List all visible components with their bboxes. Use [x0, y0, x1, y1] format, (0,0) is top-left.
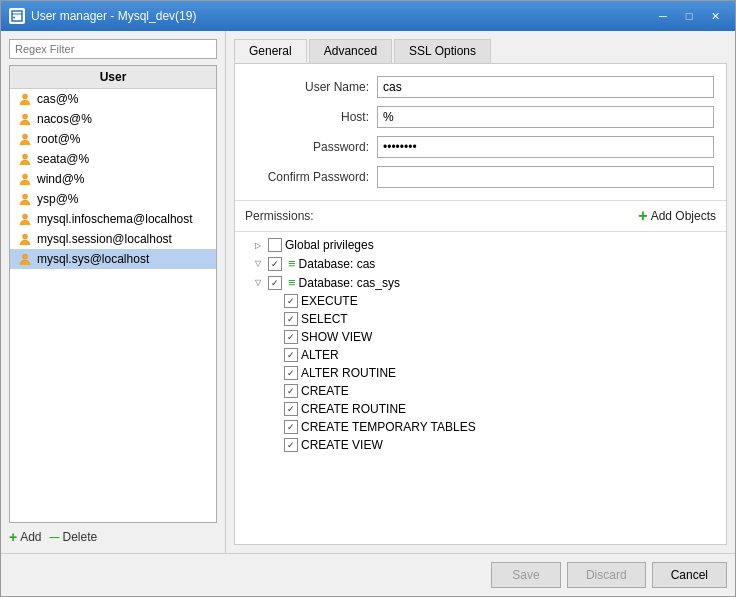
right-panel: General Advanced SSL Options User Name: …	[226, 31, 735, 553]
svg-point-10	[23, 234, 28, 239]
list-item[interactable]: cas@%	[10, 89, 216, 109]
user-icon	[18, 232, 32, 246]
svg-point-8	[23, 194, 28, 199]
left-footer: + Add ─ Delete	[9, 529, 217, 545]
list-item[interactable]: mysql.infoschema@localhost	[10, 209, 216, 229]
svg-point-4	[23, 114, 28, 119]
svg-point-11	[23, 254, 28, 259]
add-objects-plus-icon: +	[638, 207, 647, 225]
tree-item-label: SHOW VIEW	[301, 330, 372, 344]
tree-checkbox[interactable]	[284, 402, 298, 416]
list-item[interactable]: nacos@%	[10, 109, 216, 129]
window-title: User manager - Mysql_dev(19)	[31, 9, 196, 23]
user-icon	[18, 192, 32, 206]
user-name: mysql.infoschema@localhost	[37, 212, 193, 226]
regex-filter-input[interactable]	[9, 39, 217, 59]
user-icon	[18, 252, 32, 266]
tree-expand-placeholder	[267, 312, 281, 326]
permissions-tree: ▷Global privileges▽≡Database: cas▽≡Datab…	[235, 232, 726, 544]
tree-item[interactable]: CREATE VIEW	[235, 436, 726, 454]
minimize-button[interactable]: ─	[651, 7, 675, 25]
permissions-label: Permissions:	[245, 209, 314, 223]
user-icon	[18, 112, 32, 126]
tree-item-label: CREATE ROUTINE	[301, 402, 406, 416]
add-objects-button[interactable]: + Add Objects	[638, 207, 716, 225]
tree-expand-placeholder	[267, 294, 281, 308]
tree-checkbox[interactable]	[284, 330, 298, 344]
username-input[interactable]	[377, 76, 714, 98]
tree-item[interactable]: SELECT	[235, 310, 726, 328]
tree-item[interactable]: EXECUTE	[235, 292, 726, 310]
tab-general[interactable]: General	[234, 39, 307, 63]
svg-point-3	[23, 94, 28, 99]
svg-point-7	[23, 174, 28, 179]
user-name: nacos@%	[37, 112, 92, 126]
tree-checkbox[interactable]	[284, 348, 298, 362]
tree-expand-icon[interactable]: ▷	[251, 238, 265, 252]
window-controls: ─ □ ✕	[651, 7, 727, 25]
database-icon: ≡	[288, 256, 296, 271]
confirm-password-input[interactable]	[377, 166, 714, 188]
save-button[interactable]: Save	[491, 562, 561, 588]
tree-expand-icon[interactable]: ▽	[251, 276, 265, 290]
tab-ssl-options[interactable]: SSL Options	[394, 39, 491, 63]
tree-checkbox[interactable]	[268, 276, 282, 290]
tree-item[interactable]: CREATE TEMPORARY TABLES	[235, 418, 726, 436]
tree-expand-placeholder	[267, 348, 281, 362]
svg-point-6	[23, 154, 28, 159]
tree-checkbox[interactable]	[284, 366, 298, 380]
username-label: User Name:	[247, 80, 377, 94]
tree-checkbox[interactable]	[284, 438, 298, 452]
list-item[interactable]: wind@%	[10, 169, 216, 189]
tree-item[interactable]: SHOW VIEW	[235, 328, 726, 346]
tree-expand-placeholder	[267, 420, 281, 434]
close-button[interactable]: ✕	[703, 7, 727, 25]
user-name: root@%	[37, 132, 81, 146]
tree-checkbox[interactable]	[284, 312, 298, 326]
tree-item[interactable]: ▽≡Database: cas	[235, 254, 726, 273]
list-item[interactable]: mysql.session@localhost	[10, 229, 216, 249]
tree-checkbox[interactable]	[284, 384, 298, 398]
tree-expand-placeholder	[267, 402, 281, 416]
tree-item[interactable]: ▷Global privileges	[235, 236, 726, 254]
add-user-button[interactable]: + Add	[9, 529, 42, 545]
user-icon	[18, 92, 32, 106]
permissions-header: Permissions: + Add Objects	[235, 201, 726, 232]
maximize-button[interactable]: □	[677, 7, 701, 25]
tree-checkbox[interactable]	[268, 238, 282, 252]
password-input[interactable]	[377, 136, 714, 158]
confirm-password-row: Confirm Password:	[247, 166, 714, 188]
tree-item-label: CREATE TEMPORARY TABLES	[301, 420, 476, 434]
tree-item[interactable]: CREATE	[235, 382, 726, 400]
tree-item[interactable]: ALTER	[235, 346, 726, 364]
svg-rect-0	[12, 11, 22, 21]
user-name: ysp@%	[37, 192, 79, 206]
tree-checkbox[interactable]	[268, 257, 282, 271]
delete-user-button[interactable]: ─ Delete	[50, 529, 98, 545]
tab-advanced[interactable]: Advanced	[309, 39, 392, 63]
tree-expand-placeholder	[267, 330, 281, 344]
password-label: Password:	[247, 140, 377, 154]
host-input[interactable]	[377, 106, 714, 128]
user-name: seata@%	[37, 152, 89, 166]
tab-content: User Name: Host: Password: Confirm Passw…	[234, 63, 727, 545]
tree-expand-icon[interactable]: ▽	[251, 257, 265, 271]
tree-item[interactable]: ALTER ROUTINE	[235, 364, 726, 382]
svg-point-9	[23, 214, 28, 219]
list-item[interactable]: ysp@%	[10, 189, 216, 209]
tree-checkbox[interactable]	[284, 420, 298, 434]
cancel-button[interactable]: Cancel	[652, 562, 727, 588]
discard-button[interactable]: Discard	[567, 562, 646, 588]
list-item[interactable]: seata@%	[10, 149, 216, 169]
tabs: General Advanced SSL Options	[234, 39, 727, 63]
list-item[interactable]: root@%	[10, 129, 216, 149]
list-item[interactable]: mysql.sys@localhost	[10, 249, 216, 269]
user-icon	[18, 152, 32, 166]
plus-icon: +	[9, 529, 17, 545]
tree-item[interactable]: ▽≡Database: cas_sys	[235, 273, 726, 292]
add-label: Add	[20, 530, 41, 544]
tree-item[interactable]: CREATE ROUTINE	[235, 400, 726, 418]
tree-checkbox[interactable]	[284, 294, 298, 308]
user-list: cas@% nacos@% root@%	[10, 89, 216, 269]
tree-item-label: ALTER ROUTINE	[301, 366, 396, 380]
